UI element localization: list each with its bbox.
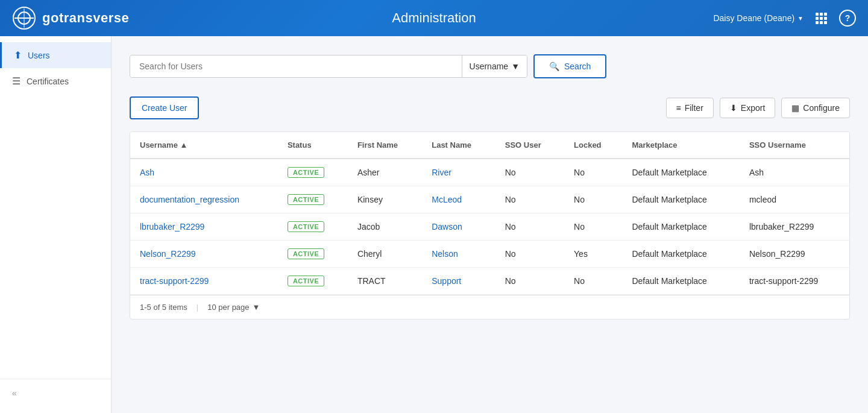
status-badge: ACTIVE [288, 194, 324, 205]
header-left: gotransverse [12, 6, 129, 30]
cell-first-name: Kinsey [348, 186, 422, 213]
table-row: documentation_regression ACTIVE Kinsey M… [130, 186, 849, 213]
users-table-container: Username ▲ Status First Name Last Name S… [130, 131, 850, 320]
cell-sso-user: No [495, 268, 564, 295]
filter-icon: ≡ [676, 103, 681, 113]
cell-sso-username: Ash [740, 159, 849, 186]
pagination: 1-5 of 5 items | 10 per page ▼ [130, 295, 849, 319]
cell-last-name[interactable]: Nelson [422, 241, 495, 268]
configure-label: Configure [803, 103, 840, 113]
cell-marketplace: Default Marketplace [622, 159, 740, 186]
search-row: Username ▼ 🔍 Search [130, 54, 850, 78]
search-dropdown[interactable]: Username ▼ [462, 55, 527, 77]
toolbar-right: ≡ Filter ⬇ Export ▦ Configure [666, 98, 850, 118]
filter-button[interactable]: ≡ Filter [666, 98, 714, 118]
cell-marketplace: Default Marketplace [622, 213, 740, 241]
status-badge: ACTIVE [288, 248, 324, 259]
col-locked: Locked [564, 132, 622, 159]
cell-username[interactable]: Ash [130, 159, 278, 186]
pagination-summary: 1-5 of 5 items [140, 303, 187, 312]
per-page-label: 10 per page [207, 303, 249, 312]
search-input-group: Username ▼ [130, 55, 527, 78]
search-button-label: Search [564, 61, 591, 71]
user-menu[interactable]: Daisy Deane (Deane) ▼ [713, 13, 804, 23]
header-title: Administration [392, 10, 476, 26]
status-badge: ACTIVE [288, 276, 324, 286]
cell-first-name: Asher [348, 159, 422, 186]
header-right: Daisy Deane (Deane) ▼ ? [713, 10, 856, 27]
cell-first-name: Jacob [348, 213, 422, 241]
status-badge: ACTIVE [288, 221, 324, 232]
user-name: Daisy Deane (Deane) [713, 13, 794, 23]
cell-last-name[interactable]: Support [422, 268, 495, 295]
create-user-button[interactable]: Create User [130, 96, 199, 119]
cell-sso-user: No [495, 159, 564, 186]
per-page-caret-icon: ▼ [253, 303, 260, 312]
cell-marketplace: Default Marketplace [622, 241, 740, 268]
cell-last-name[interactable]: River [422, 159, 495, 186]
sidebar-nav: ⬆ Users ☰ Certificates [0, 42, 111, 379]
apps-grid-icon[interactable] [816, 13, 827, 24]
users-table: Username ▲ Status First Name Last Name S… [130, 132, 849, 295]
cell-last-name[interactable]: Dawson [422, 213, 495, 241]
col-marketplace: Marketplace [622, 132, 740, 159]
cell-status: ACTIVE [278, 213, 348, 241]
cell-locked: No [564, 159, 622, 186]
search-dropdown-label: Username [470, 61, 509, 71]
cell-username[interactable]: documentation_regression [130, 186, 278, 213]
toolbar: Create User ≡ Filter ⬇ Export ▦ Configur… [130, 96, 850, 119]
cell-first-name: TRACT [348, 268, 422, 295]
table-row: lbrubaker_R2299 ACTIVE Jacob Dawson No N… [130, 213, 849, 241]
cell-locked: No [564, 268, 622, 295]
per-page-selector[interactable]: 10 per page ▼ [207, 303, 260, 312]
cell-sso-user: No [495, 241, 564, 268]
cell-status: ACTIVE [278, 159, 348, 186]
export-button[interactable]: ⬇ Export [720, 98, 775, 118]
layout: ⬆ Users ☰ Certificates « Username ▼ 🔍 Se [0, 36, 868, 413]
col-first-name: First Name [348, 132, 422, 159]
table-row: tract-support-2299 ACTIVE TRACT Support … [130, 268, 849, 295]
table-header: Username ▲ Status First Name Last Name S… [130, 132, 849, 159]
export-icon: ⬇ [730, 103, 737, 113]
sidebar-item-users[interactable]: ⬆ Users [0, 42, 111, 68]
cell-username[interactable]: lbrubaker_R2299 [130, 213, 278, 241]
cell-username[interactable]: tract-support-2299 [130, 268, 278, 295]
filter-label: Filter [685, 103, 703, 113]
cell-status: ACTIVE [278, 268, 348, 295]
users-icon: ⬆ [14, 49, 22, 61]
col-status: Status [278, 132, 348, 159]
table-row: Ash ACTIVE Asher River No No Default Mar… [130, 159, 849, 186]
header: gotransverse Administration Daisy Deane … [0, 0, 868, 36]
sidebar: ⬆ Users ☰ Certificates « [0, 36, 112, 413]
search-button[interactable]: 🔍 Search [533, 54, 606, 78]
sidebar-item-certificates[interactable]: ☰ Certificates [0, 68, 111, 94]
cell-first-name: Cheryl [348, 241, 422, 268]
cell-username[interactable]: Nelson_R2299 [130, 241, 278, 268]
cell-locked: No [564, 186, 622, 213]
cell-sso-username: tract-support-2299 [740, 268, 849, 295]
main-content: Username ▼ 🔍 Search Create User ≡ Filter… [112, 36, 868, 413]
sidebar-item-certificates-label: Certificates [27, 77, 69, 86]
cell-locked: Yes [564, 241, 622, 268]
search-dropdown-caret-icon: ▼ [511, 61, 520, 71]
configure-icon: ▦ [791, 103, 799, 113]
cell-marketplace: Default Marketplace [622, 268, 740, 295]
export-label: Export [741, 103, 765, 113]
cell-sso-username: lbrubaker_R2299 [740, 213, 849, 241]
col-last-name: Last Name [422, 132, 495, 159]
sidebar-collapse-button[interactable]: « [0, 379, 111, 407]
logo-text: gotransverse [42, 10, 129, 26]
cell-status: ACTIVE [278, 241, 348, 268]
search-input[interactable] [130, 55, 462, 77]
sidebar-item-users-label: Users [28, 51, 50, 60]
status-badge: ACTIVE [288, 167, 324, 178]
col-sso-username: SSO Username [740, 132, 849, 159]
col-username[interactable]: Username ▲ [130, 132, 278, 159]
cell-marketplace: Default Marketplace [622, 186, 740, 213]
logo-icon [12, 6, 36, 30]
configure-button[interactable]: ▦ Configure [781, 98, 850, 118]
help-icon[interactable]: ? [839, 10, 856, 27]
cell-last-name[interactable]: McLeod [422, 186, 495, 213]
pagination-divider: | [197, 303, 198, 312]
col-sso-user: SSO User [495, 132, 564, 159]
